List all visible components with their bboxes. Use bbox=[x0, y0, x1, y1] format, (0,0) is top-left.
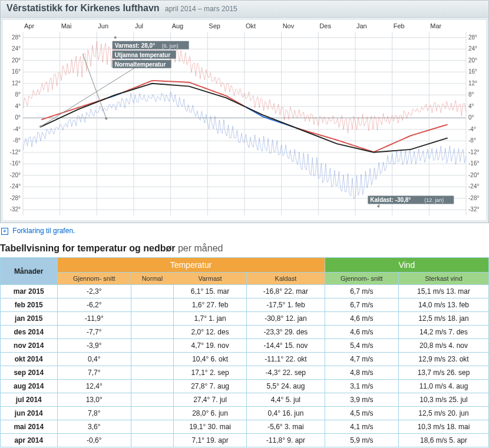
cell-month: jan 2015 bbox=[1, 312, 58, 326]
svg-text:20°: 20° bbox=[468, 57, 477, 64]
table-row: okt 20140,4°10,4° 6. okt-11,1° 22. okt4,… bbox=[1, 353, 489, 366]
cell-wind-max: 10,3 m/s 18. mai bbox=[399, 420, 489, 434]
svg-text:-8°: -8° bbox=[468, 137, 476, 144]
cell-wind-max: 12,5 m/s 18. jan bbox=[399, 312, 489, 326]
cell-temp-avg: 7,7° bbox=[57, 366, 131, 380]
cell-month: feb 2015 bbox=[1, 298, 58, 312]
cell-temp-warmest: 27,4° 7. jul bbox=[173, 393, 246, 407]
cell-wind-max: 18,6 m/s 5. apr bbox=[399, 434, 489, 447]
svg-text:Des: Des bbox=[319, 22, 331, 29]
svg-text:-12°: -12° bbox=[468, 149, 479, 155]
svg-text:-12°: -12° bbox=[10, 149, 21, 155]
svg-text:Mai: Mai bbox=[61, 22, 72, 29]
expand-icon[interactable]: + bbox=[1, 228, 8, 235]
svg-text:Apr: Apr bbox=[24, 22, 34, 29]
table-row: jun 20147,8°28,0° 6. jun0,4° 16. jun4,5 … bbox=[1, 407, 489, 420]
cell-temp-normal bbox=[131, 353, 173, 366]
svg-text:Kaldast: -30,8°: Kaldast: -30,8° bbox=[370, 197, 411, 203]
cell-temp-normal bbox=[131, 312, 173, 326]
cell-temp-avg: 12,4° bbox=[57, 380, 131, 393]
cell-wind-avg: 6,7 m/s bbox=[325, 285, 398, 298]
cell-wind-avg: 4,1 m/s bbox=[325, 420, 398, 434]
svg-text:12°: 12° bbox=[12, 80, 21, 87]
cell-temp-avg: -0,6° bbox=[57, 434, 131, 447]
svg-text:-8°: -8° bbox=[13, 137, 21, 144]
table-row: nov 2014-3,9°4,7° 19. nov-14,4° 15. nov5… bbox=[1, 339, 489, 353]
cell-temp-avg: -6,2° bbox=[57, 298, 131, 312]
svg-text:-32°: -32° bbox=[468, 206, 479, 213]
chart-plot-area: -32°-32°-28°-28°-24°-24°-20°-20°-16°-16°… bbox=[3, 20, 486, 220]
svg-text:24°: 24° bbox=[12, 45, 21, 52]
svg-text:Nov: Nov bbox=[283, 22, 295, 29]
cell-temp-warmest: 4,7° 19. nov bbox=[173, 339, 246, 353]
svg-text:Jan: Jan bbox=[356, 22, 367, 29]
svg-text:8°: 8° bbox=[15, 91, 21, 98]
cell-temp-warmest: 27,8° 7. aug bbox=[173, 380, 246, 393]
svg-text:-20°: -20° bbox=[10, 172, 21, 178]
table-row: des 2014-7,7°2,0° 12. des-23,3° 29. des4… bbox=[1, 326, 489, 339]
cell-wind-avg: 4,7 m/s bbox=[325, 353, 398, 366]
cell-wind-avg: 5,4 m/s bbox=[325, 339, 398, 353]
cell-wind-max: 20,8 m/s 4. nov bbox=[399, 339, 489, 353]
cell-month: mar 2015 bbox=[1, 285, 58, 298]
cell-temp-coldest: -11,1° 22. okt bbox=[247, 353, 325, 366]
cell-month: des 2014 bbox=[1, 326, 58, 339]
cell-month: sep 2014 bbox=[1, 366, 58, 380]
cell-wind-avg: 6,7 m/s bbox=[325, 298, 398, 312]
svg-point-80 bbox=[105, 117, 107, 120]
cell-temp-warmest: 19,1° 30. mai bbox=[173, 420, 246, 434]
cell-temp-normal bbox=[131, 298, 173, 312]
cell-temp-normal bbox=[131, 420, 173, 434]
cell-wind-max: 15,1 m/s 13. mar bbox=[399, 285, 489, 298]
cell-month: aug 2014 bbox=[1, 380, 58, 393]
cell-temp-warmest: 2,0° 12. des bbox=[173, 326, 246, 339]
col-temp-warmest: Varmast bbox=[173, 273, 246, 285]
cell-temp-normal bbox=[131, 407, 173, 420]
cell-temp-coldest: -16,8° 22. mar bbox=[247, 285, 325, 298]
svg-text:Varmast: 28,0°: Varmast: 28,0° bbox=[115, 42, 156, 49]
cell-temp-avg: -7,7° bbox=[57, 326, 131, 339]
weather-chart-card: Vêrstatistikk for Kirkenes lufthavn apri… bbox=[0, 0, 489, 223]
cell-month: nov 2014 bbox=[1, 339, 58, 353]
cell-temp-coldest: -30,8° 12. jan bbox=[247, 312, 325, 326]
cell-month: okt 2014 bbox=[1, 353, 58, 366]
svg-text:Normaltemperatur: Normaltemperatur bbox=[115, 61, 166, 68]
svg-text:4°: 4° bbox=[468, 103, 474, 109]
chart-title-bar: Vêrstatistikk for Kirkenes lufthavn apri… bbox=[1, 1, 488, 18]
table-heading: Tabellvisning for temperatur og nedbør p… bbox=[0, 243, 489, 254]
cell-temp-warmest: 7,1° 19. apr bbox=[173, 434, 246, 447]
col-temp-normal: Normal bbox=[131, 273, 173, 285]
chart-legend-link[interactable]: Forklaring til grafen. bbox=[12, 227, 75, 235]
cell-temp-coldest: -5,6° 3. mai bbox=[247, 420, 325, 434]
cell-temp-warmest: 17,1° 2. sep bbox=[173, 366, 246, 380]
col-group-wind: Vind bbox=[325, 258, 488, 273]
chart-legend-link-row: + Forklaring til grafen. bbox=[1, 227, 489, 235]
cell-temp-avg: -11,9° bbox=[57, 312, 131, 326]
cell-temp-avg: -2,3° bbox=[57, 285, 131, 298]
cell-temp-warmest: 1,7° 1. jan bbox=[173, 312, 246, 326]
svg-text:Jul: Jul bbox=[135, 22, 143, 29]
svg-text:4°: 4° bbox=[15, 103, 21, 109]
cell-temp-coldest: 0,4° 16. jun bbox=[247, 407, 325, 420]
svg-text:16°: 16° bbox=[12, 68, 21, 75]
svg-text:(12. jan): (12. jan) bbox=[424, 197, 444, 203]
svg-text:-4°: -4° bbox=[13, 126, 21, 132]
cell-temp-coldest: -23,3° 29. des bbox=[247, 326, 325, 339]
svg-text:-20°: -20° bbox=[468, 172, 479, 178]
cell-temp-coldest: -14,4° 15. nov bbox=[247, 339, 325, 353]
svg-line-79 bbox=[82, 54, 106, 118]
svg-text:-28°: -28° bbox=[468, 195, 479, 201]
svg-text:8°: 8° bbox=[468, 91, 474, 98]
cell-temp-coldest: -17,5° 1. feb bbox=[247, 298, 325, 312]
svg-text:(6. jun): (6. jun) bbox=[162, 43, 179, 49]
svg-point-84 bbox=[39, 125, 42, 128]
svg-text:20°: 20° bbox=[12, 57, 21, 64]
cell-temp-avg: 7,8° bbox=[57, 407, 131, 420]
cell-temp-coldest: 5,5° 24. aug bbox=[247, 380, 325, 393]
svg-text:Sep: Sep bbox=[209, 22, 220, 29]
svg-text:0°: 0° bbox=[15, 114, 21, 121]
cell-wind-avg: 3,9 m/s bbox=[325, 393, 398, 407]
cell-wind-avg: 4,5 m/s bbox=[325, 407, 398, 420]
col-temp-avg: Gjennom- snitt bbox=[57, 273, 131, 285]
svg-text:Utjamna temperatur: Utjamna temperatur bbox=[115, 52, 171, 58]
